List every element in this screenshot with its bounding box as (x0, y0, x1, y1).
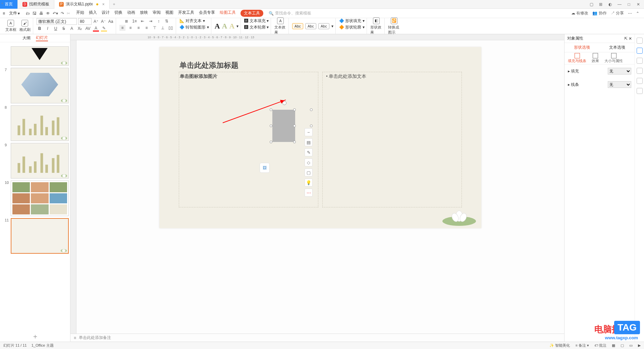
undo-button[interactable]: ↶▾ (53, 11, 58, 16)
tab-slides[interactable]: 幻灯片 (36, 35, 48, 41)
search-box[interactable]: 🔍 查找命令、搜索模板 (269, 10, 311, 16)
linespacing-icon[interactable]: ↕ (156, 18, 162, 24)
zoom-out-icon[interactable]: − (305, 128, 313, 136)
resize-handle-se[interactable] (293, 141, 296, 143)
shapestyle-2[interactable]: Abc (305, 23, 316, 29)
print-icon[interactable]: 🖶 (39, 11, 43, 16)
save-icon[interactable]: 🖫 (33, 11, 37, 16)
font-select[interactable]: 微软雅黑 (正文) (37, 18, 77, 25)
file-menu[interactable]: 文件▾ (7, 10, 22, 17)
grow-font-icon[interactable]: A⁺ (93, 18, 99, 24)
menu-texttools[interactable]: 文本工具 (240, 10, 263, 17)
textstyle-expand-icon[interactable]: ▾ (236, 24, 238, 29)
thumbnails-list[interactable]: 7 8 9 10 11 (0, 42, 70, 331)
cut-icon[interactable]: ✂ (67, 11, 70, 16)
format-painter-button[interactable]: 🖌格式刷 (19, 20, 31, 32)
shapeoutline-button[interactable]: 🔶 形状轮廓 ▾ (339, 24, 365, 30)
subtab-size[interactable]: 大小与属性 (604, 53, 623, 63)
menu-animation[interactable]: 动画 (127, 10, 135, 17)
tab-text-options[interactable]: 文本选项 (609, 45, 625, 50)
italic-button[interactable]: I (45, 26, 51, 32)
chevron-up-icon[interactable]: ⌃ (636, 11, 639, 16)
menu-insert[interactable]: 插入 (89, 10, 97, 17)
coop-button[interactable]: 👥 协作 (592, 10, 606, 16)
shadow-button[interactable]: A (69, 26, 75, 32)
resize-handle-e[interactable] (293, 124, 296, 127)
textstyle-1[interactable]: A (215, 22, 220, 31)
menu-drawtools[interactable]: 绘图工具 (220, 10, 236, 17)
align-text-button[interactable]: 📐 对齐文本 ▾ (179, 18, 205, 24)
textstyle-2[interactable]: A (222, 22, 227, 31)
shape-icon[interactable]: ◇ (305, 158, 313, 166)
align-center-icon[interactable]: ≡ (127, 25, 133, 31)
slide-thumb-11[interactable] (11, 218, 69, 254)
textbox-button[interactable]: A文本框 (5, 20, 17, 32)
menu-slideshow[interactable]: 放映 (140, 10, 148, 17)
strike-button[interactable]: S̶ (61, 26, 67, 32)
menu-design[interactable]: 设计 (102, 10, 110, 17)
highlight-button[interactable]: ✎ (101, 26, 107, 32)
tab-shape-options[interactable]: 形状选项 (574, 45, 590, 50)
pin-icon[interactable]: ⇱ (624, 36, 628, 41)
shrink-font-icon[interactable]: A⁻ (100, 18, 106, 24)
underline-button[interactable]: U (53, 26, 59, 32)
share-button[interactable]: ↗ 分享 (611, 10, 624, 16)
more-tools-icon[interactable]: ⋯ (305, 189, 313, 197)
resize-handle-nw[interactable] (270, 108, 272, 111)
tab-close-button[interactable]: × (102, 2, 105, 7)
to-smartshape-button[interactable]: 🔷 转智能图形 ▾ (179, 24, 209, 30)
bullets-icon[interactable]: ≣ (123, 18, 129, 24)
side-tool-5[interactable] (637, 78, 643, 84)
bold-button[interactable]: B (37, 26, 43, 32)
notes-toggle[interactable]: ≡ 备注 ▾ (575, 343, 589, 348)
tab-document[interactable]: P 演示文稿1.pptx × (54, 0, 110, 9)
side-tool-6[interactable] (637, 88, 643, 94)
fontcolor-button[interactable]: A (93, 26, 99, 32)
resize-handle-e2[interactable] (310, 124, 313, 127)
side-tool-3[interactable] (637, 58, 643, 64)
apps-icon[interactable]: ⊞ (598, 2, 604, 7)
resize-handle-sw[interactable] (270, 141, 272, 143)
theme-name[interactable]: 1_Office 主题 (32, 343, 54, 348)
menu-view[interactable]: 视图 (165, 10, 173, 17)
subscript-button[interactable]: X₂ (77, 26, 83, 32)
collapse-icon[interactable]: « (1, 1, 3, 5)
numbering-icon[interactable]: 1≡ (131, 18, 138, 24)
image-icon[interactable]: 🖼 (260, 163, 270, 173)
menu-start[interactable]: 开始 (76, 10, 84, 17)
indent-inc-icon[interactable]: ⇥ (148, 18, 154, 24)
text-placeholder[interactable]: • 单击此处添加文本 (322, 72, 462, 207)
open-icon[interactable]: 🗁 (26, 11, 30, 16)
view-slideshow-icon[interactable]: ▶ (638, 343, 641, 348)
smart-beautify[interactable]: ✨ 智能美化 (549, 343, 570, 348)
title-placeholder[interactable]: 单击此处添加标题 (179, 60, 238, 70)
textfill-button[interactable]: 🅰 文本填充 ▾ (244, 18, 269, 24)
more-icon[interactable]: ⋯ (628, 11, 632, 16)
indent-dec-icon[interactable]: ⇤ (140, 18, 146, 24)
redo-button[interactable]: ↷ (61, 11, 64, 16)
shapestyle-1[interactable]: Abc (292, 23, 303, 29)
menu-review[interactable]: 审阅 (153, 10, 161, 17)
texteffect-button[interactable]: A文本效果 (274, 17, 286, 35)
minimize-button[interactable]: — (616, 2, 623, 7)
slide-thumb-7[interactable] (11, 68, 69, 103)
view-sorter-icon[interactable]: ▢ (621, 343, 624, 348)
view-reading-icon[interactable]: ▭ (629, 343, 633, 348)
menu-transition[interactable]: 切换 (114, 10, 122, 17)
change-case-icon[interactable]: Aa (108, 18, 114, 24)
slide-thumb-8[interactable] (11, 105, 69, 141)
align-v1-icon[interactable]: ⊤ (152, 25, 158, 31)
resize-handle-w[interactable] (270, 124, 272, 127)
spacing-icon[interactable]: AV (85, 26, 91, 32)
tab-outline[interactable]: 大纲 (22, 35, 31, 41)
side-tool-2[interactable] (637, 48, 643, 54)
fill-select[interactable]: 无 (608, 68, 631, 74)
subtab-effect[interactable]: 效果 (592, 53, 599, 63)
slide-canvas[interactable]: 单击此处添加标题 单击图标添加图片 (159, 47, 481, 228)
preview-icon[interactable]: 👁 (46, 11, 50, 16)
comments-toggle[interactable]: 🏷 批注 (594, 343, 606, 348)
to-smartart-button[interactable]: 🔁转换成图示 (388, 17, 400, 35)
align-left-icon[interactable]: ≡ (119, 25, 125, 31)
cloud-changes[interactable]: ☁ 有修改 (571, 10, 588, 16)
menu-member[interactable]: 会员专享 (199, 10, 215, 17)
